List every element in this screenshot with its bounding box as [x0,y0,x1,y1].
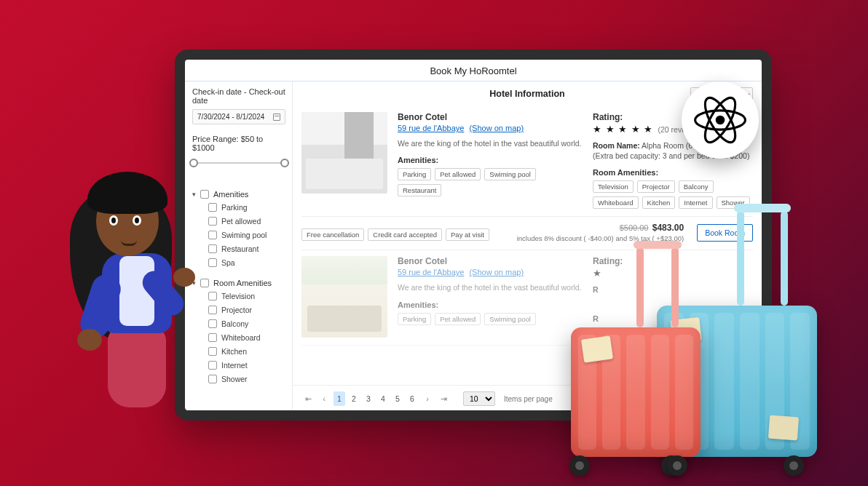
filter-group-toggle[interactable]: ▾ Amenities [192,190,286,199]
price-new: $483.00 [652,223,684,233]
pager-page[interactable]: 3 [363,391,374,406]
filter-group-toggle[interactable]: ▾ Room Amenities [192,279,286,287]
amenity-tag: Swiming pool [484,168,536,180]
pager-first-button[interactable]: ⇤ [301,391,315,406]
filter-item[interactable]: Balcony [208,319,286,328]
hotel-address-link[interactable]: 59 rue de l'Abbaye [398,124,464,132]
room-amenity-tag: Kitchen [642,196,676,209]
room-amenity-tag: Balcony [679,180,714,193]
room-amenity-tag: Projector [637,180,675,193]
filter-item[interactable]: Swiming pool [208,231,286,239]
filter-group-title: Room Amenities [213,279,272,287]
filter-group-room-amenities: ▾ Room Amenities Television Projector Ba… [192,279,286,383]
room-amenity-tag: Television [593,180,634,193]
amenity-tag: Pet allowed [435,313,481,325]
room-amenity-tag: Whiteboard [593,196,639,209]
policy-tag: Free cancellation [301,228,364,241]
date-range-input[interactable]: 7/30/2024 - 8/1/2024 [192,109,285,124]
dates-label: Check-in date - Check-out date [192,87,286,105]
svg-point-0 [716,116,725,125]
pager-page[interactable]: 4 [377,391,389,406]
react-logo-badge [682,81,759,159]
pager-next-button[interactable]: › [421,391,434,406]
amenity-tag: Restaurant [398,184,441,196]
pager-page[interactable]: 2 [348,391,360,406]
filter-item[interactable]: Kitchen [208,347,286,356]
main-heading: Hotel Information [489,89,564,99]
price-old: $500.00 [620,223,649,232]
hotel-description: We are the king of the hotel in the vast… [398,138,583,148]
character-illustration [64,159,202,413]
filter-item[interactable]: Restaurant [208,244,286,253]
amenities-label: Amenities: [398,156,583,164]
show-on-map-link[interactable]: (Show on map) [469,124,524,132]
amenity-tag: Parking [398,168,431,180]
price-range-label: Price Range: $50 to $1000 [192,135,286,152]
date-range-value: 7/30/2024 - 8/1/2024 [197,113,264,121]
page-size-select[interactable]: 10 [463,391,495,406]
filter-item[interactable]: Spa [208,258,286,267]
filter-item[interactable]: Projector [208,306,286,314]
policy-tag: Pay at visit [446,228,489,241]
hotel-name: Benor Cotel [398,112,583,122]
hotel-thumbnail [301,256,387,338]
filter-item[interactable]: Whiteboard [208,333,286,342]
filter-item[interactable]: Shower [208,375,286,383]
pager-page[interactable]: 1 [334,391,345,406]
pager-page[interactable]: 5 [392,391,403,406]
filter-item[interactable]: Television [208,292,286,300]
calendar-icon [273,113,280,121]
react-icon [694,94,746,146]
filter-item[interactable]: Internet [208,361,286,370]
suitcases-illustration [511,239,817,486]
star-icon: ★ ★ ★ ★ ★ [593,124,653,135]
hotel-address-link[interactable]: 59 rue de l'Abbaye [398,268,464,276]
amenity-tag: Parking [398,313,431,325]
amenity-tag: Pet allowed [435,168,481,180]
filter-group-title: Amenities [213,190,248,199]
filter-item[interactable]: Parking [208,203,286,212]
filter-item[interactable]: Pet allowed [208,217,286,226]
app-title: Book My HoRoomtel [185,60,762,81]
filter-group-amenities: ▾ Amenities Parking Pet allowed Swiming … [192,190,286,267]
pager-last-button[interactable]: ⇥ [437,391,450,406]
hotel-thumbnail [301,112,387,194]
pager-page[interactable]: 6 [406,391,418,406]
policy-tag: Credit card accepted [368,228,442,241]
room-amenity-tag: Internet [679,196,712,209]
price-range-slider[interactable] [192,158,286,168]
pager-prev-button[interactable]: ‹ [317,391,331,406]
room-amenities-label: Room Amenities: [593,168,753,177]
room-name-label: Room Name: [593,141,640,150]
